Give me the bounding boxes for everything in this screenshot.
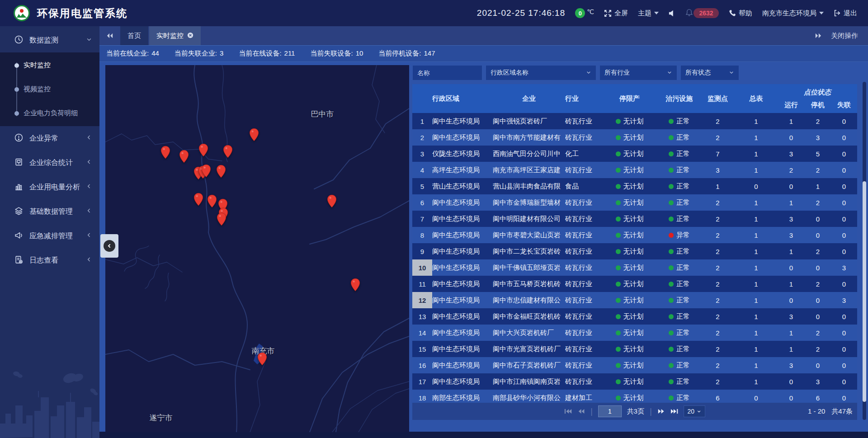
cell-running: 3 (778, 231, 805, 239)
table-row[interactable]: 16 阆中生态环境局 阆中市石子页岩机砖厂 砖瓦行业 无计划 正常 2 1 3 … (412, 357, 857, 373)
cell-disconnected: 0 (831, 215, 857, 223)
tab-realtime-monitoring[interactable]: 实时监控 (149, 26, 201, 45)
map-pin[interactable] (216, 165, 226, 180)
industry-filter-select[interactable]: 所有行业 (599, 65, 677, 80)
sidebar-item-realtime-monitoring[interactable]: 实时监控 (0, 53, 99, 77)
cell-stopped: 0 (805, 264, 831, 272)
sidebar-item-company-statistics[interactable]: 企业综合统计 (0, 151, 99, 175)
status-filter-select[interactable]: 所有状态 (680, 65, 739, 80)
sidebar-item-log-view[interactable]: 日志查看 (0, 248, 99, 273)
table-row[interactable]: 7 阆中生态环境局 阆中明阳建材有限公司 砖瓦行业 无计划 正常 2 1 3 0… (412, 211, 857, 227)
name-filter-input[interactable] (417, 69, 477, 76)
tabs-scroll-right-button[interactable] (815, 33, 822, 39)
status-dot (616, 135, 621, 140)
last-page-button[interactable] (670, 408, 678, 414)
cell-district: 阆中生态环境局 (432, 231, 493, 240)
map-pin[interactable] (223, 145, 233, 160)
cell-industry: 建材加工 (565, 394, 601, 402)
cell-running: 1 (778, 118, 805, 125)
map-pin[interactable] (160, 146, 170, 161)
cell-disconnected: 0 (831, 280, 857, 288)
tabs-scroll-left-button[interactable] (99, 26, 120, 45)
table-row[interactable]: 8 阆中生态环境局 阆中市枣碧大梁山页岩 砖瓦行业 无计划 异常 2 1 3 0… (412, 227, 857, 243)
map-collapse-handle[interactable] (100, 234, 118, 258)
help-button[interactable]: 帮助 (729, 9, 752, 18)
theme-menu[interactable]: 主题 (638, 9, 659, 18)
cell-total-meter: 1 (735, 345, 778, 353)
stats-bar: 当前在线企业: 44 当前失联企业: 3 当前在线设备: 211 当前失联设备:… (99, 46, 868, 62)
table-row[interactable]: 9 阆中生态环境局 阆中市二龙长宝页岩砖 砖瓦行业 无计划 正常 2 1 1 2… (412, 243, 857, 259)
map-pin[interactable] (179, 150, 189, 165)
table-row[interactable]: 6 阆中生态环境局 阆中市金博瑞新型墙材 砖瓦行业 无计划 正常 2 1 1 2… (412, 194, 857, 211)
map-panel[interactable]: 巴中市 南充市 遂宁市 (105, 65, 409, 432)
table-row[interactable]: 5 营山生态环境局 营山县润丰肉食品有限 食品 无计划 正常 1 0 0 1 0 (412, 178, 857, 194)
sidebar-item-electricity-analysis[interactable]: 企业用电量分析 (0, 175, 99, 199)
sidebar-item-emergency-reduction[interactable]: 应急减排管理 (0, 224, 99, 248)
cell-total-meter: 1 (735, 199, 778, 207)
org-menu[interactable]: 南充市生态环境局 (762, 9, 824, 18)
notification-area[interactable]: 2632 (686, 8, 719, 18)
status-dot (616, 363, 621, 368)
page-number-input[interactable] (598, 405, 622, 417)
table-scrollbar[interactable] (863, 82, 866, 420)
notification-badge[interactable]: 2632 (693, 8, 719, 18)
map-pin[interactable] (207, 194, 217, 210)
status-dot (669, 119, 674, 124)
fullscreen-button[interactable]: 全屏 (604, 9, 628, 18)
map-pin[interactable] (327, 194, 337, 210)
previous-page-button[interactable] (577, 408, 585, 414)
table-row[interactable]: 12 阆中生态环境局 阆中市忠信建材有限公 砖瓦行业 无计划 正常 2 1 0 … (412, 292, 857, 308)
sidebar-item-company-abnormal[interactable]: 企业异常 (0, 126, 99, 151)
cell-disconnected: 3 (831, 297, 857, 304)
cell-district: 阆中生态环境局 (432, 296, 493, 305)
page-size-select[interactable]: 20 (684, 405, 705, 417)
map-pin[interactable] (193, 193, 203, 208)
cell-production-status: 无计划 (601, 117, 658, 126)
logout-button[interactable]: 退出 (834, 9, 857, 18)
exit-icon (834, 9, 841, 17)
map-pin[interactable] (198, 143, 208, 159)
sound-button[interactable] (669, 10, 676, 17)
cell-stopped: 1 (805, 183, 831, 190)
table-row[interactable]: 14 阆中生态环境局 阆中大兴页岩机砖厂 砖瓦行业 无计划 正常 2 1 1 2… (412, 325, 857, 341)
table-row[interactable]: 3 仪陇生态环境局 西南油气田分公司川中 化工 无计划 正常 7 1 3 5 0 (412, 146, 857, 162)
table-row[interactable]: 2 阆中生态环境局 阆中市南方节能建材有 砖瓦行业 无计划 正常 2 1 0 3… (412, 129, 857, 146)
map-pin[interactable] (257, 352, 267, 367)
sidebar-item-data-monitoring[interactable]: 数据监测 (0, 28, 99, 52)
cell-stopped: 6 (805, 394, 831, 402)
cell-industry: 砖瓦行业 (565, 133, 601, 142)
cell-company: 营山县润丰肉食品有限 (493, 182, 565, 191)
sidebar-item-power-load-detail[interactable]: 企业电力负荷明细 (0, 101, 99, 125)
table-row[interactable]: 4 高坪生态环境局 南充市高坪区王家店建 砖瓦行业 无计划 正常 3 1 2 2… (412, 162, 857, 178)
cell-disconnected: 0 (831, 394, 857, 402)
tab-home[interactable]: 首页 (120, 26, 148, 45)
next-page-button[interactable] (657, 408, 665, 414)
sidebar-item-base-data[interactable]: 基础数据管理 (0, 199, 99, 224)
first-page-button[interactable] (564, 408, 572, 414)
status-dot (669, 314, 674, 319)
table-row[interactable]: 15 阆中生态环境局 阆中市光富页岩机砖厂 砖瓦行业 无计划 正常 2 1 1 … (412, 341, 857, 357)
table-row[interactable]: 17 阆中生态环境局 阆中市江南镇阆南页岩 砖瓦行业 无计划 正常 2 1 0 … (412, 373, 857, 390)
close-icon[interactable] (187, 32, 193, 40)
table-row[interactable]: 11 阆中生态环境局 阆中市五马桥页岩机砖 砖瓦行业 无计划 正常 2 1 1 … (412, 276, 857, 292)
table-row[interactable]: 1 阆中生态环境局 阆中强锐页岩砖厂 砖瓦行业 无计划 正常 2 1 1 2 0 (412, 113, 857, 129)
region-filter-select[interactable]: 行政区域名称 (486, 65, 596, 80)
map-pin[interactable] (350, 278, 360, 293)
map-pin[interactable] (249, 128, 259, 143)
cell-facility-status: 正常 (658, 264, 701, 272)
scrollbar-thumb[interactable] (863, 181, 866, 402)
table-row[interactable]: 18 南部生态环境局 南部县砂华小河有限公 建材加工 无计划 正常 6 0 0 … (412, 390, 857, 403)
name-filter[interactable] (412, 65, 482, 80)
chevron-down-icon (586, 69, 591, 76)
status-dot (616, 396, 621, 400)
row-index: 4 (412, 162, 432, 178)
table-row[interactable]: 13 阆中生态环境局 阆中市金福旺页岩机砖 砖瓦行业 无计划 正常 2 1 3 … (412, 308, 857, 325)
phone-icon (729, 9, 736, 17)
map-pin[interactable] (217, 212, 226, 228)
table-row[interactable]: 10 阆中生态环境局 阆中千佛镇五郎垭页岩 砖瓦行业 无计划 正常 2 1 0 … (412, 259, 857, 276)
sidebar-item-video-monitoring[interactable]: 视频监控 (0, 77, 99, 101)
map-pin[interactable] (201, 164, 211, 179)
column-header-production: 停限产 (601, 84, 658, 113)
close-operations-button[interactable]: 关闭操作 (831, 32, 858, 40)
status-dot (616, 200, 621, 205)
